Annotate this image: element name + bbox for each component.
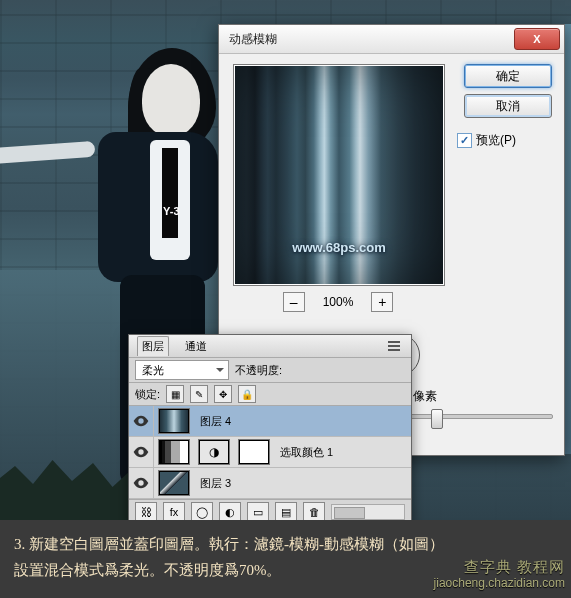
layer-name[interactable]: 图层 4 — [200, 414, 411, 429]
preview-checkbox[interactable]: ✓ — [457, 133, 472, 148]
eye-icon — [133, 477, 149, 489]
step-number: 3. — [14, 536, 25, 552]
cancel-button[interactable]: 取消 — [464, 94, 552, 118]
close-icon: X — [533, 33, 540, 45]
delete-layer-icon[interactable]: 🗑 — [303, 502, 325, 522]
panel-menu-icon[interactable] — [385, 338, 403, 354]
mask-thumbnail[interactable] — [238, 439, 270, 465]
lock-all-icon[interactable]: 🔒 — [238, 385, 256, 403]
layer-row[interactable]: 图层 4 — [129, 406, 411, 437]
layer-name[interactable]: 图层 3 — [200, 476, 411, 491]
visibility-toggle[interactable] — [129, 437, 154, 467]
zoom-out-button[interactable]: – — [283, 292, 305, 312]
eye-icon — [133, 446, 149, 458]
ok-button[interactable]: 确定 — [464, 64, 552, 88]
new-layer-icon[interactable]: ▤ — [275, 502, 297, 522]
tab-channels[interactable]: 通道 — [181, 337, 211, 356]
zoom-in-button[interactable]: + — [371, 292, 393, 312]
lock-label: 锁定: — [135, 387, 160, 402]
visibility-toggle[interactable] — [129, 468, 154, 498]
caption-line-1: 新建空白圖層並蓋印圖層。執行：濾鏡-模糊-動感模糊（如圖） — [29, 536, 444, 552]
dialog-titlebar[interactable]: 动感模糊 X — [219, 25, 564, 54]
site-watermark: 查字典 教程网 jiaocheng.chazidian.com — [434, 557, 565, 592]
opacity-label: 不透明度: — [235, 363, 282, 378]
link-layers-icon[interactable]: ⛓ — [135, 502, 157, 522]
tie-label: Y-3 — [163, 205, 180, 217]
visibility-toggle[interactable] — [129, 406, 154, 436]
adjustment-icon[interactable]: ◑ — [198, 439, 230, 465]
effect-preview[interactable]: www.68ps.com — [233, 64, 445, 286]
slider-thumb[interactable] — [431, 409, 443, 429]
layers-panel: 图层 通道 柔光 不透明度: 锁定: ▦ ✎ ✥ 🔒 图层 4 ◑ 选取颜色 1 — [128, 334, 412, 525]
dialog-title: 动感模糊 — [229, 31, 277, 48]
layer-name[interactable]: 选取颜色 1 — [280, 445, 411, 460]
preview-checkbox-row: ✓ 预览(P) — [457, 132, 516, 149]
zoom-level: 100% — [323, 295, 354, 309]
adjustment-layer-icon[interactable]: ◐ — [219, 502, 241, 522]
lock-pixels-icon[interactable]: ✎ — [190, 385, 208, 403]
zoom-bar: – 100% + — [233, 292, 443, 312]
watermark-url: jiaocheng.chazidian.com — [434, 576, 565, 592]
distance-unit: 像素 — [413, 388, 437, 405]
group-icon[interactable]: ▭ — [247, 502, 269, 522]
preview-watermark: www.68ps.com — [292, 240, 385, 255]
plus-icon: + — [378, 295, 386, 309]
watermark-brand: 查字典 教程网 — [434, 557, 565, 577]
layer-thumbnail[interactable] — [158, 439, 190, 465]
layers-options-row: 柔光 不透明度: — [129, 358, 411, 383]
lock-transparent-icon[interactable]: ▦ — [166, 385, 184, 403]
close-button[interactable]: X — [514, 28, 560, 50]
footer-scrollbar[interactable] — [331, 504, 405, 520]
fx-icon[interactable]: fx — [163, 502, 185, 522]
blend-mode-select[interactable]: 柔光 — [135, 360, 229, 380]
layer-row[interactable]: ◑ 选取颜色 1 — [129, 437, 411, 468]
lock-row: 锁定: ▦ ✎ ✥ 🔒 — [129, 383, 411, 406]
mask-icon[interactable]: ◯ — [191, 502, 213, 522]
layer-thumbnail[interactable] — [158, 408, 190, 434]
layer-list: 图层 4 ◑ 选取颜色 1 图层 3 — [129, 406, 411, 499]
tab-layers[interactable]: 图层 — [137, 336, 169, 356]
minus-icon: – — [290, 295, 298, 309]
layer-row[interactable]: 图层 3 — [129, 468, 411, 499]
layers-tabbar: 图层 通道 — [129, 335, 411, 358]
layer-thumbnail[interactable] — [158, 470, 190, 496]
eye-icon — [133, 415, 149, 427]
preview-checkbox-label: 预览(P) — [476, 132, 516, 149]
lock-position-icon[interactable]: ✥ — [214, 385, 232, 403]
